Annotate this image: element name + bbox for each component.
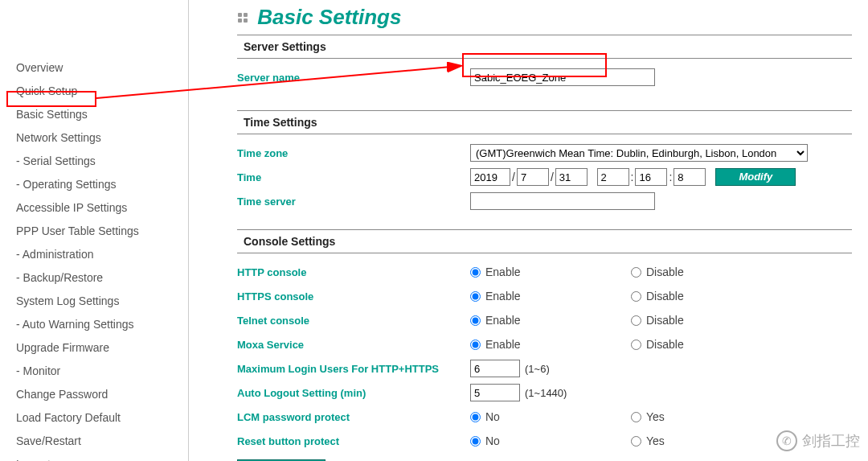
sidebar-item-operating-settings[interactable]: - Operating Settings — [16, 173, 188, 196]
timezone-label: Time zone — [237, 147, 470, 159]
sidebar-item-ppp-user-table[interactable]: PPP User Table Settings — [16, 220, 188, 243]
max-login-hint: (1~6) — [525, 363, 550, 375]
http-console-label: HTTP console — [237, 266, 470, 278]
lcm-protect-no[interactable]: No — [470, 410, 631, 423]
time-month-input[interactable] — [517, 168, 549, 186]
https-console-disable[interactable]: Disable — [631, 290, 711, 303]
sidebar-item-administration[interactable]: - Administration — [16, 243, 188, 266]
reset-protect-yes[interactable]: Yes — [631, 434, 711, 447]
sidebar-item-system-log[interactable]: System Log Settings — [16, 290, 188, 313]
sidebar-item-monitor[interactable]: - Monitor — [16, 360, 188, 383]
moxa-service-enable[interactable]: Enable — [470, 338, 631, 351]
server-name-label: Server name — [237, 72, 470, 84]
time-day-input[interactable] — [555, 168, 588, 186]
section-server-settings: Server Settings — [237, 35, 852, 59]
auto-logout-hint: (1~1440) — [525, 387, 567, 399]
sidebar-item-logout[interactable]: Logout — [16, 453, 188, 461]
sidebar-item-load-factory-default[interactable]: Load Factory Default — [16, 406, 188, 430]
reset-protect-label: Reset button protect — [237, 435, 470, 447]
main-content: Basic Settings Server Settings Server na… — [189, 0, 868, 461]
https-console-label: HTTPS console — [237, 290, 470, 303]
lcm-protect-yes[interactable]: Yes — [631, 410, 711, 423]
sidebar-item-backup-restore[interactable]: - Backup/Restore — [16, 266, 188, 290]
http-console-disable[interactable]: Disable — [631, 265, 711, 278]
auto-logout-input[interactable] — [470, 384, 520, 401]
sidebar-item-basic-settings[interactable]: Basic Settings — [16, 103, 188, 126]
time-separator: : — [669, 171, 672, 183]
wechat-icon: ✆ — [776, 430, 797, 451]
http-console-enable[interactable]: Enable — [470, 265, 631, 278]
telnet-console-label: Telnet console — [237, 315, 470, 327]
sidebar-item-change-password[interactable]: Change Password — [16, 383, 188, 406]
moxa-service-disable[interactable]: Disable — [631, 338, 711, 351]
sidebar-item-overview[interactable]: Overview — [16, 56, 188, 80]
sidebar-item-save-restart[interactable]: Save/Restart — [16, 430, 188, 453]
telnet-console-disable[interactable]: Disable — [631, 314, 711, 327]
max-login-input[interactable] — [470, 360, 520, 377]
sidebar-item-accessible-ip[interactable]: Accessible IP Settings — [16, 196, 188, 220]
telnet-console-enable[interactable]: Enable — [470, 314, 631, 327]
date-separator: / — [551, 171, 554, 183]
https-console-enable[interactable]: Enable — [470, 290, 631, 303]
lcm-protect-label: LCM password protect — [237, 411, 470, 423]
time-hour-input[interactable] — [597, 168, 629, 186]
time-second-input[interactable] — [674, 168, 706, 186]
sidebar-item-network-settings[interactable]: Network Settings — [16, 126, 188, 150]
blank-separator — [589, 171, 596, 183]
sidebar-item-serial-settings[interactable]: - Serial Settings — [16, 150, 188, 173]
modify-button[interactable]: Modify — [715, 168, 796, 186]
sidebar-item-upgrade-firmware[interactable]: Upgrade Firmware — [16, 336, 188, 360]
section-console-settings: Console Settings — [237, 229, 852, 253]
time-year-input[interactable] — [470, 168, 510, 186]
max-login-label: Maximum Login Users For HTTP+HTTPS — [237, 363, 470, 375]
sidebar: Overview Quick Setup Basic Settings Netw… — [0, 0, 189, 461]
sidebar-item-quick-setup[interactable]: Quick Setup — [16, 80, 188, 103]
section-time-settings: Time Settings — [237, 110, 852, 134]
reset-protect-no[interactable]: No — [470, 434, 631, 447]
time-minute-input[interactable] — [635, 168, 667, 186]
timezone-select[interactable]: (GMT)Greenwich Mean Time: Dublin, Edinbu… — [470, 144, 808, 162]
sidebar-item-auto-warning[interactable]: - Auto Warning Settings — [16, 313, 188, 336]
time-server-label: Time server — [237, 196, 470, 208]
time-separator: : — [631, 171, 634, 183]
date-separator: / — [512, 171, 515, 183]
server-name-input[interactable] — [470, 68, 655, 86]
watermark: ✆ 剑指工控 — [776, 430, 860, 451]
time-server-input[interactable] — [470, 192, 655, 210]
title-dots-icon — [237, 12, 250, 25]
time-label: Time — [237, 171, 470, 183]
auto-logout-label: Auto Logout Setting (min) — [237, 387, 470, 399]
moxa-service-label: Moxa Service — [237, 339, 470, 351]
page-title: Basic Settings — [237, 5, 852, 30]
